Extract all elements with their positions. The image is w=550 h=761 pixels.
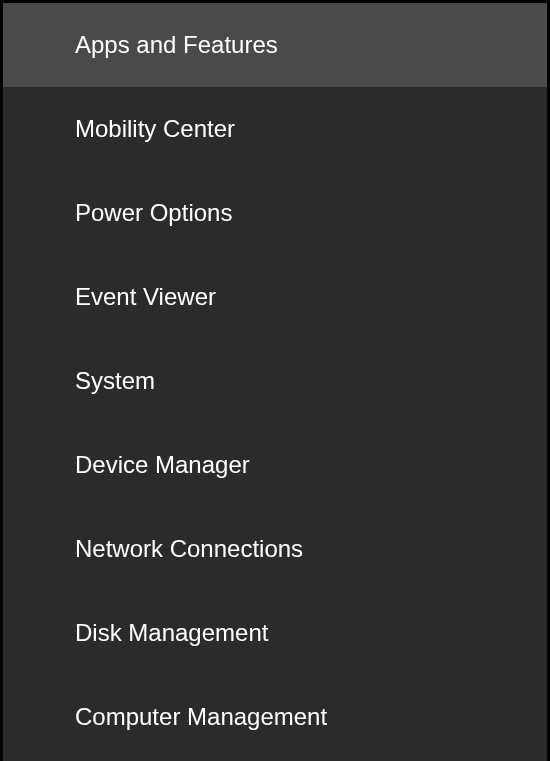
menu-item-apps-and-features[interactable]: Apps and Features (3, 3, 547, 87)
menu-item-event-viewer[interactable]: Event Viewer (3, 255, 547, 339)
menu-item-mobility-center[interactable]: Mobility Center (3, 87, 547, 171)
menu-item-label: Mobility Center (75, 115, 235, 143)
menu-item-label: Event Viewer (75, 283, 216, 311)
menu-item-label: Device Manager (75, 451, 250, 479)
menu-item-label: Power Options (75, 199, 232, 227)
menu-item-computer-management[interactable]: Computer Management (3, 675, 547, 759)
menu-item-power-options[interactable]: Power Options (3, 171, 547, 255)
menu-item-label: Apps and Features (75, 31, 278, 59)
menu-item-disk-management[interactable]: Disk Management (3, 591, 547, 675)
menu-item-system[interactable]: System (3, 339, 547, 423)
power-user-menu: Apps and Features Mobility Center Power … (0, 0, 550, 761)
menu-item-label: Computer Management (75, 703, 327, 731)
menu-item-network-connections[interactable]: Network Connections (3, 507, 547, 591)
menu-item-label: System (75, 367, 155, 395)
menu-item-device-manager[interactable]: Device Manager (3, 423, 547, 507)
menu-item-label: Disk Management (75, 619, 268, 647)
menu-item-label: Network Connections (75, 535, 303, 563)
